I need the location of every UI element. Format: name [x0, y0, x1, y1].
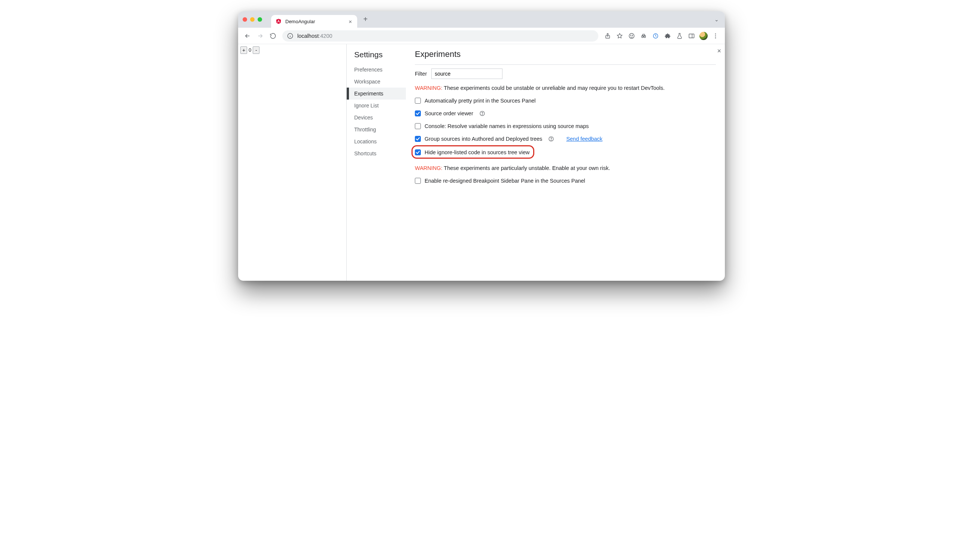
experiment-checkbox[interactable] — [415, 149, 421, 155]
experiment-checkbox[interactable] — [415, 136, 421, 142]
experiment-label: Source order viewer — [425, 110, 473, 117]
profile-avatar[interactable] — [698, 30, 709, 42]
feedback-link[interactable]: Send feedback — [566, 136, 602, 142]
viewport: + 0 - × Settings PreferencesWorkspaceExp… — [238, 44, 725, 281]
settings-nav: PreferencesWorkspaceExperimentsIgnore Li… — [347, 64, 406, 159]
warning-text: These experiments could be unstable or u… — [443, 85, 665, 91]
svg-point-12 — [715, 33, 716, 34]
filter-input[interactable] — [431, 68, 503, 79]
browser-tab-active[interactable]: DemoAngular × — [271, 15, 357, 28]
lighthouse-icon[interactable] — [650, 30, 661, 42]
experiment-checkbox[interactable] — [415, 123, 421, 129]
svg-point-4 — [629, 33, 634, 39]
devtools-settings-panel: × Settings PreferencesWorkspaceExperimen… — [347, 44, 725, 281]
settings-nav-item[interactable]: Workspace — [347, 76, 406, 87]
browser-toolbar: localhost:4200 — [238, 28, 725, 44]
increment-button[interactable]: + — [240, 47, 247, 54]
toolbar-actions — [602, 30, 721, 42]
page-counter-widget: + 0 - — [238, 44, 347, 281]
settings-nav-item[interactable]: Ignore List — [347, 100, 406, 112]
back-button[interactable] — [242, 30, 253, 42]
experiment-row: Enable re-designed Breakpoint Sidebar Pa… — [415, 178, 716, 184]
forward-button[interactable] — [255, 30, 266, 42]
settings-title: Settings — [354, 50, 406, 59]
experiment-label: Enable re-designed Breakpoint Sidebar Pa… — [425, 178, 585, 184]
side-panel-icon[interactable] — [686, 30, 697, 42]
experiment-label: Console: Resolve variable names in expre… — [425, 123, 588, 129]
svg-point-6 — [632, 35, 633, 36]
counter-value: 0 — [248, 47, 252, 54]
experiment-row: Console: Resolve variable names in expre… — [415, 123, 716, 129]
experiment-row: Group sources into Authored and Deployed… — [415, 136, 716, 142]
svg-point-8 — [644, 36, 646, 38]
warning-prefix: WARNING: — [415, 165, 443, 171]
new-tab-button[interactable]: + — [360, 14, 371, 24]
tab-strip: DemoAngular × + ⌄ — [238, 11, 725, 28]
close-window-button[interactable] — [243, 17, 247, 22]
extension-face-icon[interactable] — [626, 30, 637, 42]
svg-point-13 — [715, 35, 716, 36]
settings-sidebar: Settings PreferencesWorkspaceExperiments… — [347, 44, 406, 281]
help-icon[interactable] — [548, 136, 554, 142]
svg-point-14 — [715, 37, 716, 38]
warning-secondary: WARNING: These experiments are particula… — [415, 164, 716, 173]
minimize-window-button[interactable] — [250, 17, 255, 22]
experiment-row: Hide ignore-listed code in sources tree … — [415, 149, 716, 156]
filter-row: Filter — [415, 68, 716, 79]
maximize-window-button[interactable] — [258, 17, 262, 22]
chrome-menu-icon[interactable] — [710, 30, 721, 42]
decrement-button[interactable]: - — [253, 47, 259, 54]
experiment-checkbox[interactable] — [415, 178, 421, 184]
reload-button[interactable] — [268, 30, 279, 42]
labs-flask-icon[interactable] — [674, 30, 685, 42]
settings-nav-item[interactable]: Experiments — [347, 87, 406, 100]
settings-main: Experiments Filter WARNING: These experi… — [406, 44, 725, 281]
extensions-puzzle-icon[interactable] — [662, 30, 673, 42]
settings-close-button[interactable]: × — [717, 47, 721, 55]
experiment-label: Group sources into Authored and Deployed… — [425, 136, 542, 142]
settings-nav-item[interactable]: Throttling — [347, 123, 406, 136]
svg-point-16 — [482, 114, 482, 115]
help-icon[interactable] — [479, 110, 485, 117]
filter-label: Filter — [415, 71, 427, 77]
share-icon[interactable] — [602, 30, 613, 42]
avatar-image — [699, 32, 708, 40]
heading-divider — [415, 65, 716, 65]
experiment-checkbox[interactable] — [415, 110, 421, 117]
experiment-label: Hide ignore-listed code in sources tree … — [425, 149, 529, 155]
window-controls — [243, 11, 271, 28]
warning-primary: WARNING: These experiments could be unst… — [415, 84, 716, 92]
tab-list-button[interactable]: ⌄ — [714, 16, 719, 23]
close-tab-button[interactable]: × — [349, 19, 352, 24]
browser-window: DemoAngular × + ⌄ localhost:4200 — [238, 11, 725, 281]
experiments-heading: Experiments — [415, 49, 716, 59]
warning-prefix: WARNING: — [415, 85, 443, 91]
experiment-row: Source order viewer — [415, 110, 716, 117]
settings-nav-item[interactable]: Devices — [347, 112, 406, 123]
experiment-label: Automatically pretty print in the Source… — [425, 98, 536, 104]
svg-point-5 — [631, 35, 631, 36]
bookmark-star-icon[interactable] — [614, 30, 625, 42]
warning-text: These experiments are particularly unsta… — [443, 165, 610, 171]
svg-rect-10 — [689, 34, 694, 38]
settings-nav-item[interactable]: Shortcuts — [347, 147, 406, 159]
experiments-list: Automatically pretty print in the Source… — [415, 98, 716, 156]
settings-nav-item[interactable]: Locations — [347, 136, 406, 147]
svg-point-7 — [642, 36, 644, 38]
incognito-icon[interactable] — [638, 30, 649, 42]
experiment-row: Automatically pretty print in the Source… — [415, 98, 716, 104]
site-info-icon[interactable] — [287, 32, 293, 39]
settings-nav-item[interactable]: Preferences — [347, 64, 406, 76]
url-text: localhost:4200 — [297, 33, 332, 39]
address-bar[interactable]: localhost:4200 — [282, 30, 598, 42]
tab-title: DemoAngular — [285, 19, 345, 24]
angular-icon — [276, 18, 282, 24]
experiment-checkbox[interactable] — [415, 98, 421, 104]
experiments-list-unstable: Enable re-designed Breakpoint Sidebar Pa… — [415, 178, 716, 184]
